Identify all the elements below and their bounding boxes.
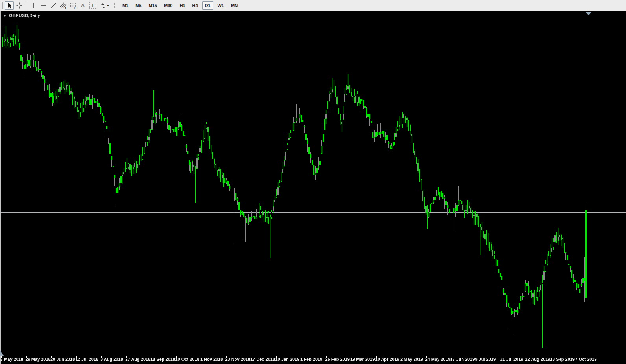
x-axis-label: 7 Oct 2019 <box>575 357 597 362</box>
chart-symbol-label[interactable]: ▼ GBPUSD,Daily <box>3 13 40 18</box>
equidistant-channel-button[interactable]: E <box>59 1 68 10</box>
x-axis-label: 24 May 2019 <box>425 357 451 362</box>
metatrader-window: E F A T <box>0 0 626 364</box>
x-axis-label: 20 Jun 2018 <box>50 357 75 362</box>
x-axis-label: 2 May 2019 <box>400 357 423 362</box>
x-axis-label: 3 Aug 2018 <box>100 357 123 362</box>
x-axis-label: 18 Sep 2018 <box>150 357 175 362</box>
toolbar: E F A T <box>0 0 626 11</box>
symbol-period-text: GBPUSD,Daily <box>9 13 40 18</box>
arrows-icon <box>100 2 106 9</box>
x-axis-label: 9 Jul 2019 <box>475 357 496 362</box>
fibonacci-button[interactable]: F <box>68 1 78 10</box>
text-icon: A <box>81 3 85 8</box>
crosshair-button[interactable] <box>15 1 24 10</box>
timeframe-m15-button[interactable]: M15 <box>146 1 160 10</box>
chevron-down-icon: ▼ <box>106 4 110 7</box>
crosshair-icon <box>16 2 22 9</box>
timeframe-mn-button[interactable]: MN <box>228 1 240 10</box>
x-axis-label: 12 Jul 2018 <box>76 357 99 362</box>
svg-text:E: E <box>65 6 66 9</box>
price-chart-canvas[interactable] <box>0 11 626 364</box>
x-axis-label: 7 May 2018 <box>0 357 23 362</box>
x-axis-label: 17 Dec 2018 <box>250 357 275 362</box>
cursor-icon <box>6 2 13 9</box>
x-axis-label: 23 Nov 2018 <box>225 357 251 362</box>
text-label-icon: T <box>89 2 96 9</box>
text-label-button[interactable]: T <box>88 1 97 10</box>
toolbar-grip[interactable] <box>114 2 116 9</box>
toolbar-separator <box>26 1 27 10</box>
x-axis-label: 27 Aug 2018 <box>126 357 151 362</box>
x-axis-label: 19 Mar 2019 <box>350 357 375 362</box>
x-axis-label: 10 Jan 2019 <box>275 357 300 362</box>
x-axis-label: 1 Feb 2019 <box>300 357 322 362</box>
timeframe-h1-button[interactable]: H1 <box>177 1 188 10</box>
x-axis-label: 31 Jul 2019 <box>500 357 523 362</box>
timeframe-d1-button[interactable]: D1 <box>202 1 213 10</box>
timeframe-m5-button[interactable]: M5 <box>133 1 144 10</box>
chart-area[interactable]: ▼ GBPUSD,Daily 7 May 201829 May 201820 J… <box>0 11 626 364</box>
x-axis-label: 1 Nov 2018 <box>200 357 223 362</box>
chart-shift-marker-icon[interactable] <box>586 12 591 15</box>
svg-text:F: F <box>74 7 76 9</box>
vertical-line-icon <box>31 2 37 9</box>
arrows-button[interactable]: ▼ <box>98 1 111 10</box>
equidistant-channel-icon: E <box>60 2 67 9</box>
toolbar-grip[interactable] <box>1 2 3 9</box>
collapse-arrow-icon: ▼ <box>3 14 7 17</box>
x-axis-label: 25 Feb 2019 <box>325 357 350 362</box>
timeframe-w1-button[interactable]: W1 <box>215 1 227 10</box>
cursor-button[interactable] <box>5 1 14 10</box>
scroll-corner-icon <box>0 350 4 356</box>
x-axis-label: 10 Oct 2018 <box>175 357 199 362</box>
chart-left-border <box>0 11 1 364</box>
timeframe-m1-button[interactable]: M1 <box>120 1 131 10</box>
x-axis-label: 13 Sep 2019 <box>550 357 575 362</box>
fibonacci-icon: F <box>70 2 77 9</box>
x-axis-label: 22 Aug 2019 <box>525 357 550 362</box>
trendline-icon <box>50 2 57 9</box>
x-axis-label: 29 May 2018 <box>26 357 51 362</box>
timeframe-h4-button[interactable]: H4 <box>189 1 200 10</box>
text-button[interactable]: A <box>78 1 87 10</box>
x-axis-label: 17 Jun 2019 <box>450 357 475 362</box>
x-axis-label: 10 Apr 2019 <box>375 357 399 362</box>
trendline-button[interactable] <box>49 1 58 10</box>
vertical-line-button[interactable] <box>29 1 38 10</box>
horizontal-line-icon <box>41 2 47 9</box>
timeframe-m30-button[interactable]: M30 <box>161 1 175 10</box>
horizontal-line-button[interactable] <box>39 1 48 10</box>
